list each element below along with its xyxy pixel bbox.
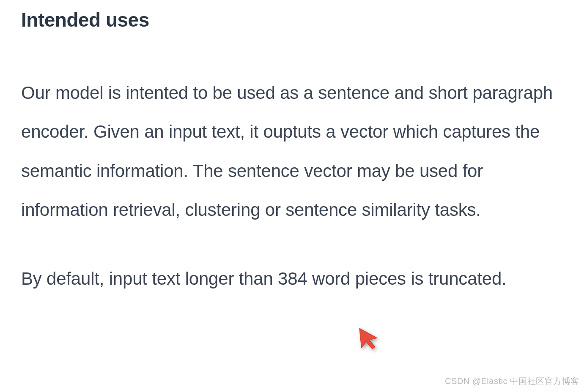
cursor-arrow-icon: [357, 325, 381, 350]
paragraph-truncation: By default, input text longer than 384 w…: [21, 259, 566, 298]
watermark-text: CSDN @Elastic 中国社区官方博客: [445, 376, 579, 387]
section-heading: Intended uses: [21, 8, 566, 31]
paragraph-intended-uses: Our model is intented to be used as a se…: [21, 74, 566, 230]
